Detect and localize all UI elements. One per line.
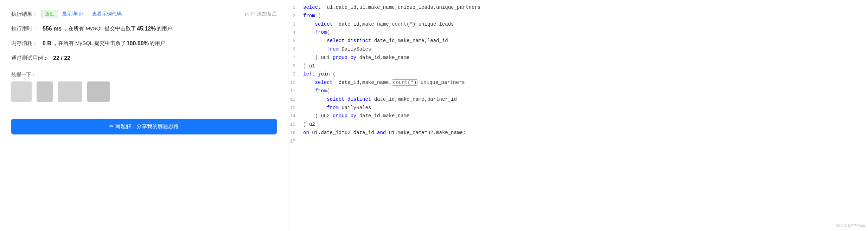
- left-panel: 执行结果： 通过 显示详情› 查看示例代码 ▷ ▷ 添加备注 执行用时： 556…: [0, 0, 288, 231]
- table-row: 15) u2: [288, 120, 868, 129]
- code-panel: 1select u1.date_id,u1.make_name,unique_l…: [288, 0, 868, 231]
- mem-row: 内存消耗： 0 B ，在所有 MySQL 提交中击败了 100.00% 的用户: [11, 39, 277, 48]
- time-label: 执行用时：: [11, 25, 38, 33]
- table-row: 5 select distinct date_id,make_name,lead…: [288, 37, 868, 45]
- thumbnail-2: [37, 81, 53, 102]
- table-row: 9left join (: [288, 70, 868, 79]
- line-number: 12: [288, 95, 302, 104]
- mem-label: 内存消耗：: [11, 39, 38, 47]
- table-row: 3 select date_id,make_name,count(*) uniq…: [288, 20, 868, 29]
- show-off-label: 炫耀一下：: [11, 72, 277, 78]
- line-number: 7: [288, 54, 302, 62]
- mem-suffix: ，在所有 MySQL 提交中击败了: [53, 39, 126, 47]
- test-label: 通过测试用例：: [11, 54, 48, 62]
- line-number: 2: [288, 12, 302, 20]
- table-row: 12 select distinct date_id,make_name,par…: [288, 95, 868, 104]
- code-line-content: from(: [302, 87, 868, 95]
- table-row: 1select u1.date_id,u1.make_name,unique_l…: [288, 4, 868, 12]
- line-number: 6: [288, 45, 302, 54]
- note-icon: ▷: [245, 11, 249, 18]
- table-row: 2from (: [288, 12, 868, 20]
- code-line-content: from (: [302, 12, 868, 20]
- view-example-link[interactable]: 查看示例代码: [92, 10, 122, 18]
- code-line-content: ) uu2 group by date_id,make_name: [302, 112, 868, 120]
- code-table: 1select u1.date_id,u1.make_name,unique_l…: [288, 4, 868, 145]
- code-line-content: select distinct date_id,make_name,partne…: [302, 95, 868, 104]
- code-line-content: from(: [302, 28, 868, 37]
- code-line-content: from DailySales: [302, 104, 868, 112]
- code-line-content: ) u1: [302, 62, 868, 71]
- time-row: 执行用时： 556 ms ，在所有 MySQL 提交中击败了 45.12% 的用…: [11, 25, 277, 33]
- line-number: 4: [288, 28, 302, 37]
- test-row: 通过测试用例： 22 / 22: [11, 54, 277, 62]
- time-unit: 的用户: [157, 25, 172, 33]
- add-note-button[interactable]: ▷ ▷ 添加备注: [245, 10, 277, 18]
- table-row: 14 ) uu2 group by date_id,make_name: [288, 112, 868, 120]
- line-number: 17: [288, 137, 302, 145]
- code-line-content: select date_id,make_name,count(*) unique…: [302, 20, 868, 29]
- result-label: 执行结果：: [11, 10, 38, 18]
- table-row: 13 from DailySales: [288, 104, 868, 112]
- code-line-content: select u1.date_id,u1.make_name,unique_le…: [302, 4, 868, 12]
- table-row: 6 from DailySales: [288, 45, 868, 54]
- line-number: 10: [288, 79, 302, 87]
- line-number: 1: [288, 4, 302, 12]
- table-row: 4 from(: [288, 28, 868, 37]
- time-value: 556 ms: [43, 25, 62, 33]
- table-row: 17: [288, 137, 868, 145]
- table-row: 16on u1.date_id=u2.date_id and u1.make_n…: [288, 129, 868, 137]
- line-number: 13: [288, 104, 302, 112]
- code-line-content: ) u2: [302, 120, 868, 129]
- mem-value: 0 B: [43, 39, 51, 48]
- thumbnail-3: [58, 81, 82, 102]
- result-row: 执行结果： 通过 显示详情› 查看示例代码 ▷ ▷ 添加备注: [11, 10, 277, 18]
- line-number: 3: [288, 20, 302, 29]
- code-line-content: select date_id,make_name,count(*) unique…: [302, 79, 868, 87]
- line-number: 5: [288, 37, 302, 45]
- thumbnail-1: [11, 81, 32, 102]
- thumbnails-row: [11, 81, 277, 102]
- line-number: 8: [288, 62, 302, 71]
- time-suffix: ，在所有 MySQL 提交中击败了: [63, 25, 136, 33]
- code-line-content: from DailySales: [302, 45, 868, 54]
- line-number: 15: [288, 120, 302, 129]
- write-solution-button[interactable]: ✏ 写题解，分享我的解题思路: [11, 119, 277, 134]
- mem-unit: 的用户: [149, 39, 165, 47]
- pass-badge: 通过: [41, 10, 58, 18]
- code-line-content: [302, 137, 868, 145]
- add-note-label: ▷ 添加备注: [251, 10, 277, 18]
- code-line-content: on u1.date_id=u2.date_id and u1.make_nam…: [302, 129, 868, 137]
- table-row: 7 ) uu1 group by date_id,make_name: [288, 54, 868, 62]
- show-details-link[interactable]: 显示详情›: [62, 10, 84, 18]
- mem-percent: 100.00%: [127, 39, 149, 48]
- time-percent: 45.12%: [137, 25, 156, 33]
- table-row: 11 from(: [288, 87, 868, 95]
- table-row: 10 select date_id,make_name,count(*) uni…: [288, 79, 868, 87]
- table-row: 8) u1: [288, 62, 868, 71]
- count-highlight: count(*): [392, 79, 417, 86]
- line-number: 9: [288, 70, 302, 79]
- code-line-content: select distinct date_id,make_name,lead_i…: [302, 37, 868, 45]
- line-number: 14: [288, 112, 302, 120]
- thumbnail-4: [87, 81, 110, 102]
- code-line-content: ) uu1 group by date_id,make_name: [302, 54, 868, 62]
- test-value: 22 / 22: [53, 54, 70, 62]
- watermark: CSDN @空空/sta: [835, 223, 865, 228]
- line-number: 16: [288, 129, 302, 137]
- line-number: 11: [288, 87, 302, 95]
- code-line-content: left join (: [302, 70, 868, 79]
